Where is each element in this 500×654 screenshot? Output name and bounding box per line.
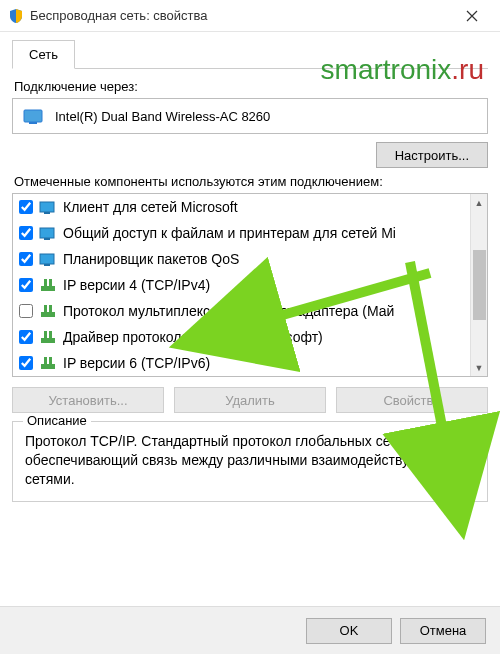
description-group: Описание Протокол TCP/IP. Стандартный пр…	[12, 421, 488, 502]
scroll-down-icon[interactable]: ▼	[471, 359, 488, 376]
svg-rect-6	[40, 254, 54, 264]
net-proto-icon	[39, 303, 57, 319]
list-item[interactable]: Клиент для сетей Microsoft	[13, 194, 470, 220]
svg-rect-13	[49, 305, 52, 312]
svg-rect-8	[41, 286, 55, 291]
svg-rect-16	[49, 331, 52, 338]
component-buttons-row: Установить... Удалить Свойства	[12, 387, 488, 413]
svg-rect-12	[44, 305, 47, 312]
svg-rect-15	[44, 331, 47, 338]
component-label: IP версии 4 (TCP/IPv4)	[63, 277, 210, 293]
component-checkbox[interactable]	[19, 356, 33, 370]
component-checkbox[interactable]	[19, 226, 33, 240]
svg-rect-5	[44, 238, 50, 240]
components-listbox[interactable]: Клиент для сетей MicrosoftОбщий доступ к…	[12, 193, 488, 377]
net-sched-icon	[39, 251, 57, 267]
svg-rect-9	[44, 279, 47, 286]
net-share-icon	[39, 225, 57, 241]
adapter-name: Intel(R) Dual Band Wireless-AC 8260	[55, 109, 270, 124]
component-checkbox[interactable]	[19, 200, 33, 214]
net-proto-icon	[39, 329, 57, 345]
close-button[interactable]	[452, 0, 492, 32]
configure-button[interactable]: Настроить...	[376, 142, 488, 168]
component-label: IP версии 6 (TCP/IPv6)	[63, 355, 210, 371]
list-item[interactable]: IP версии 6 (TCP/IPv6)	[13, 350, 470, 376]
properties-button[interactable]: Свойства	[336, 387, 488, 413]
component-checkbox[interactable]	[19, 278, 33, 292]
svg-rect-2	[40, 202, 54, 212]
net-proto-icon	[39, 355, 57, 371]
component-checkbox[interactable]	[19, 252, 33, 266]
description-text: Протокол TCP/IP. Стандартный протокол гл…	[25, 432, 475, 489]
svg-rect-7	[44, 264, 50, 266]
component-checkbox[interactable]	[19, 304, 33, 318]
titlebar: Беспроводная сеть: свойства	[0, 0, 500, 32]
description-legend: Описание	[23, 413, 91, 428]
component-label: Драйвер протокола LLDP (Майкрософт)	[63, 329, 323, 345]
list-item[interactable]: Общий доступ к файлам и принтерам для се…	[13, 220, 470, 246]
svg-rect-17	[41, 364, 55, 369]
svg-rect-19	[49, 357, 52, 364]
remove-button[interactable]: Удалить	[174, 387, 326, 413]
scroll-up-icon[interactable]: ▲	[471, 194, 488, 211]
component-label: Клиент для сетей Microsoft	[63, 199, 238, 215]
component-label: Общий доступ к файлам и принтерам для се…	[63, 225, 396, 241]
list-item[interactable]: Протокол мультиплексора сетевого адаптер…	[13, 298, 470, 324]
scroll-thumb[interactable]	[473, 250, 486, 320]
components-label: Отмеченные компоненты используются этим …	[14, 174, 488, 189]
svg-rect-14	[41, 338, 55, 343]
svg-rect-18	[44, 357, 47, 364]
shield-icon	[8, 8, 24, 24]
list-item[interactable]: IP версии 4 (TCP/IPv4)	[13, 272, 470, 298]
svg-rect-10	[49, 279, 52, 286]
scrollbar[interactable]: ▲ ▼	[470, 194, 487, 376]
dialog-footer: OK Отмена	[0, 606, 500, 654]
dialog-body: Сеть Подключение через: Intel(R) Dual Ba…	[0, 32, 500, 502]
tab-strip: Сеть	[12, 40, 488, 69]
svg-rect-11	[41, 312, 55, 317]
svg-rect-1	[29, 122, 37, 124]
connect-via-label: Подключение через:	[14, 79, 488, 94]
component-label: Планировщик пакетов QoS	[63, 251, 239, 267]
list-item[interactable]: Планировщик пакетов QoS	[13, 246, 470, 272]
adapter-icon	[23, 107, 45, 125]
tab-network[interactable]: Сеть	[12, 40, 75, 69]
svg-rect-0	[24, 110, 42, 122]
svg-rect-4	[40, 228, 54, 238]
ok-button[interactable]: OK	[306, 618, 392, 644]
cancel-button[interactable]: Отмена	[400, 618, 486, 644]
net-proto-icon	[39, 277, 57, 293]
window-title: Беспроводная сеть: свойства	[30, 8, 452, 23]
component-checkbox[interactable]	[19, 330, 33, 344]
install-button[interactable]: Установить...	[12, 387, 164, 413]
net-client-icon	[39, 199, 57, 215]
list-item[interactable]: Драйвер протокола LLDP (Майкрософт)	[13, 324, 470, 350]
adapter-box: Intel(R) Dual Band Wireless-AC 8260	[12, 98, 488, 134]
component-label: Протокол мультиплексора сетевого адаптер…	[63, 303, 394, 319]
svg-rect-3	[44, 212, 50, 214]
